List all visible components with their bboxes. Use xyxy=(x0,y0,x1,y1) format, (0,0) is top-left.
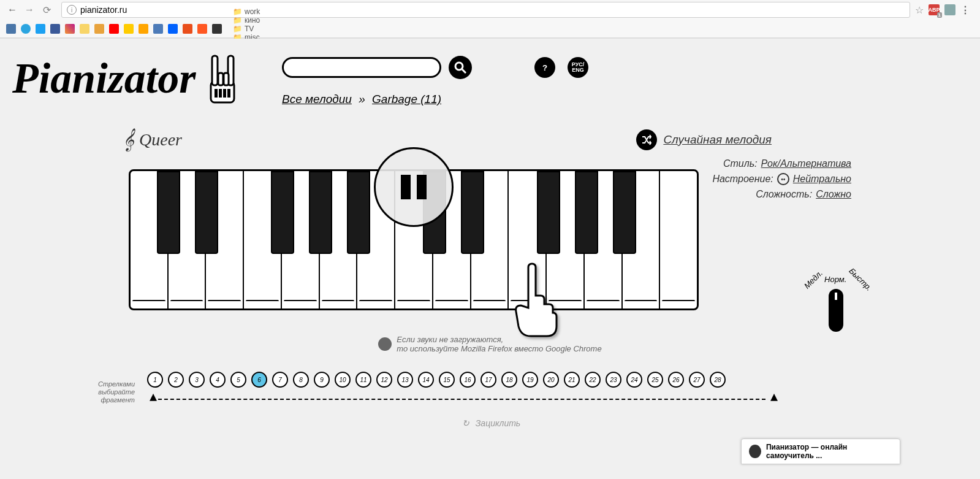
browser-reload[interactable]: ⟳ xyxy=(39,2,54,17)
svg-rect-1 xyxy=(212,56,218,85)
bookmark-icon[interactable] xyxy=(21,24,31,34)
firefox-note: Если звуки не загружаются, то используйт… xyxy=(12,335,968,353)
fragment-dot[interactable]: 5 xyxy=(230,372,246,388)
fragment-dot[interactable]: 13 xyxy=(397,372,413,388)
breadcrumb: Все мелодии » Garbage (11) xyxy=(282,93,441,106)
black-key[interactable] xyxy=(537,171,560,254)
search-button[interactable] xyxy=(449,56,472,79)
fragment-dot[interactable]: 12 xyxy=(376,372,392,388)
fragment-dot[interactable]: 4 xyxy=(210,372,226,388)
fragment-dot[interactable]: 15 xyxy=(439,372,455,388)
shuffle-icon[interactable] xyxy=(636,129,657,150)
song-title: 𝄞 Queer xyxy=(123,128,182,151)
fragment-dot[interactable]: 22 xyxy=(585,372,601,388)
search-input[interactable] xyxy=(282,57,441,78)
bookmark-folder[interactable]: 📁кино xyxy=(233,16,273,25)
browser-forward[interactable]: → xyxy=(22,2,37,17)
bookmark-folder[interactable]: 📁work xyxy=(233,7,273,16)
fragment-dot[interactable]: 17 xyxy=(481,372,496,388)
arrow-up-icon: ▴ xyxy=(770,388,778,405)
black-key[interactable] xyxy=(347,171,370,254)
fragment-dot[interactable]: 8 xyxy=(293,372,309,388)
meta-style[interactable]: Рок/Альтернатива xyxy=(761,158,851,169)
rock-hand-icon xyxy=(200,51,243,106)
meta-difficulty[interactable]: Сложно xyxy=(816,189,851,200)
help-button[interactable]: ? xyxy=(534,57,555,78)
fragment-dot[interactable]: 3 xyxy=(189,372,205,388)
arrow-up-icon: ▴ xyxy=(150,388,157,405)
fragment-dot[interactable]: 28 xyxy=(710,372,726,388)
svg-rect-4 xyxy=(224,73,229,85)
bookmark-icon[interactable] xyxy=(36,24,45,34)
site-info-icon[interactable]: i xyxy=(67,5,77,15)
meta-mood[interactable]: Нейтрально xyxy=(793,174,851,185)
fragment-dot[interactable]: 11 xyxy=(355,372,371,388)
bookmark-icon[interactable] xyxy=(80,24,89,34)
fragment-dot[interactable]: 10 xyxy=(335,372,351,388)
bookmark-icon[interactable] xyxy=(183,24,192,34)
browser-back[interactable]: ← xyxy=(5,2,20,17)
search-icon xyxy=(454,61,466,74)
white-key[interactable] xyxy=(659,171,697,308)
bookmark-folder[interactable]: 📁TV xyxy=(233,25,273,33)
fragment-dot[interactable]: 18 xyxy=(501,372,517,388)
logo[interactable]: Pianizator xyxy=(12,51,282,106)
black-key[interactable] xyxy=(309,171,332,254)
svg-rect-8 xyxy=(227,89,230,98)
fragment-dot[interactable]: 19 xyxy=(522,372,538,388)
bookmark-icon[interactable] xyxy=(94,24,104,34)
svg-rect-5 xyxy=(215,89,218,98)
bookmark-icon[interactable] xyxy=(153,24,163,34)
bookmark-icon[interactable] xyxy=(139,24,148,34)
loop-icon[interactable]: ↻ xyxy=(460,417,472,429)
fragment-dot[interactable]: 20 xyxy=(543,372,559,388)
bookmark-icon[interactable] xyxy=(6,24,16,34)
browser-menu[interactable]: ⋮ xyxy=(960,4,970,16)
bookmark-star-icon[interactable]: ☆ xyxy=(915,4,924,16)
fragment-dot[interactable]: 26 xyxy=(668,372,684,388)
svg-point-9 xyxy=(455,63,463,70)
black-key[interactable] xyxy=(575,171,598,254)
black-key[interactable] xyxy=(613,171,636,254)
tempo-knob[interactable] xyxy=(829,289,843,332)
svg-rect-6 xyxy=(219,89,222,98)
extension-icon[interactable] xyxy=(944,4,955,15)
play-pause-button[interactable] xyxy=(374,147,454,227)
abp-extension-icon[interactable]: ABP1 xyxy=(929,4,940,15)
bookmark-icon[interactable] xyxy=(109,24,119,34)
breadcrumb-artist[interactable]: Garbage (11) xyxy=(372,93,441,105)
loop-label[interactable]: Зациклить xyxy=(476,418,521,428)
fragment-dot[interactable]: 16 xyxy=(460,372,476,388)
fragment-dot[interactable]: 21 xyxy=(564,372,580,388)
black-key[interactable] xyxy=(157,171,180,254)
fragment-dot[interactable]: 7 xyxy=(272,372,288,388)
breadcrumb-all[interactable]: Все мелодии xyxy=(282,93,352,105)
fragment-dot[interactable]: 27 xyxy=(689,372,705,388)
bookmark-icon[interactable] xyxy=(212,24,222,34)
footer-chip[interactable]: Пианизатор — онлайн самоучитель ... xyxy=(741,439,900,464)
bookmark-icon[interactable] xyxy=(65,24,75,34)
logo-text: Pianizator xyxy=(12,54,196,103)
fragment-dot[interactable]: 2 xyxy=(168,372,184,388)
bookmark-icon[interactable] xyxy=(124,24,134,34)
fragment-dot[interactable]: 24 xyxy=(626,372,642,388)
random-melody-link[interactable]: Случайная мелодия xyxy=(663,133,772,147)
bookmark-icon[interactable] xyxy=(50,24,60,34)
fragment-dot[interactable]: 23 xyxy=(606,372,621,388)
bookmark-icon[interactable] xyxy=(197,24,207,34)
bookmark-icon[interactable] xyxy=(168,24,178,34)
fragment-dot[interactable]: 6 xyxy=(251,372,267,388)
black-key[interactable] xyxy=(271,171,294,254)
url-bar[interactable]: i pianizator.ru xyxy=(61,2,910,18)
fragment-dot[interactable]: 14 xyxy=(418,372,434,388)
fragment-dot[interactable]: 1 xyxy=(147,372,163,388)
svg-rect-7 xyxy=(223,89,226,98)
fragment-dot[interactable]: 25 xyxy=(647,372,663,388)
fragments-track: 1234567891011121314151617181920212223242… xyxy=(147,372,968,388)
language-button[interactable]: РУС/ ENG xyxy=(568,57,588,78)
black-key[interactable] xyxy=(461,171,484,254)
folder-icon: 📁 xyxy=(233,7,242,16)
fragments-label: Стрелками выбирайте фрагмент xyxy=(86,380,135,405)
fragment-dot[interactable]: 9 xyxy=(314,372,330,388)
black-key[interactable] xyxy=(195,171,218,254)
